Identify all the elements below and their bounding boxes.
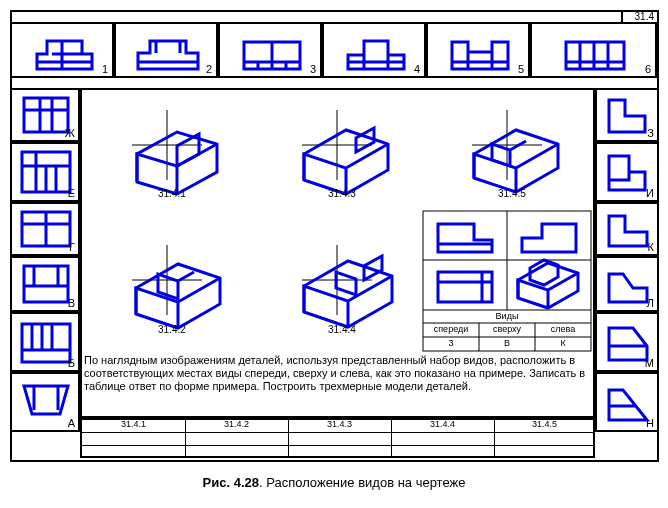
views-col-1: спереди bbox=[424, 324, 478, 334]
left-l2: Е bbox=[68, 187, 75, 199]
top-num-6: 6 bbox=[645, 63, 651, 75]
left-l6: А bbox=[68, 417, 75, 429]
bottom-col-5: 31.4.5 bbox=[494, 419, 595, 429]
views-ex-1: 3 bbox=[424, 338, 478, 348]
bottom-col-3: 31.4.3 bbox=[288, 419, 391, 429]
top-num-3: 3 bbox=[310, 63, 316, 75]
bottom-col-2: 31.4.2 bbox=[185, 419, 288, 429]
instructions-text: По наглядным изображениям деталей, испол… bbox=[84, 354, 590, 416]
views-col-2: сверху bbox=[480, 324, 534, 334]
iso-label-5: 31.4.4 bbox=[328, 324, 356, 335]
top-num-1: 1 bbox=[102, 63, 108, 75]
right-l2: И bbox=[646, 187, 654, 199]
views-ex-3: К bbox=[536, 338, 590, 348]
left-l3: Г bbox=[69, 241, 75, 253]
figure-caption: Рис. 4.28. Расположение видов на чертеже bbox=[0, 475, 668, 490]
views-header: Виды bbox=[422, 311, 592, 321]
right-l3: К bbox=[648, 241, 654, 253]
left-l5: Б bbox=[68, 357, 75, 369]
top-num-4: 4 bbox=[414, 63, 420, 75]
left-l4: В bbox=[68, 297, 75, 309]
right-l4: Л bbox=[647, 297, 654, 309]
bottom-col-1: 31.4.1 bbox=[82, 419, 185, 429]
views-ex-2: В bbox=[480, 338, 534, 348]
iso-label-1: 31.4.1 bbox=[158, 188, 186, 199]
iso-label-2: 31.4.3 bbox=[328, 188, 356, 199]
iso-label-4: 31.4.2 bbox=[158, 324, 186, 335]
top-num-5: 5 bbox=[518, 63, 524, 75]
figure-ref: 31.4 bbox=[635, 11, 654, 22]
right-l1: З bbox=[647, 127, 654, 139]
left-l1: Ж bbox=[65, 127, 75, 139]
right-l6: Н bbox=[646, 417, 654, 429]
top-num-2: 2 bbox=[206, 63, 212, 75]
views-col-3: слева bbox=[536, 324, 590, 334]
right-l5: М bbox=[645, 357, 654, 369]
bottom-col-4: 31.4.4 bbox=[391, 419, 494, 429]
iso-label-3: 31.4.5 bbox=[498, 188, 526, 199]
